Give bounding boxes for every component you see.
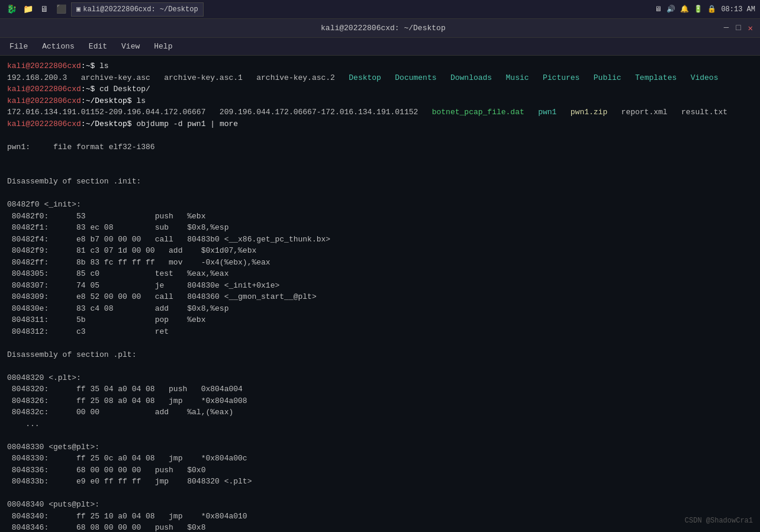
taskbar-dragon-icon[interactable]: 🐉 bbox=[5, 3, 18, 16]
terminal-line: 80482f9: 81 c3 07 1d 00 00 add $0x1d07,%… bbox=[7, 245, 753, 257]
terminal-line: 08048330 <gets@plt>: bbox=[7, 441, 753, 453]
terminal-line: 08482f0 <_init>: bbox=[7, 199, 753, 211]
terminal-line: 8048330: ff 25 0c a0 04 08 jmp *0x804a00… bbox=[7, 453, 753, 465]
window-title: kali@20222806cxd: ~/Desktop bbox=[43, 24, 724, 33]
taskbar-terminal-app[interactable]: ▣ kali@20222806cxd: ~/Desktop bbox=[71, 2, 204, 17]
taskbar: 🐉 📁 🖥 ⬛ ▣ kali@20222806cxd: ~/Desktop 🖥 … bbox=[0, 0, 760, 19]
minimize-button[interactable]: ─ bbox=[724, 23, 729, 33]
terminal-line: 8048320: ff 35 04 a0 04 08 push 0x804a00… bbox=[7, 383, 753, 395]
close-button[interactable]: ✕ bbox=[748, 23, 753, 33]
menubar: File Actions Edit View Help bbox=[0, 38, 760, 56]
terminal-line: 192.168.200.3 archive-key.asc archive-ke… bbox=[7, 72, 753, 84]
menu-file[interactable]: File bbox=[7, 41, 30, 52]
terminal-line: 80482f0: 53 push %ebx bbox=[7, 211, 753, 223]
taskbar-app-label: kali@20222806cxd: ~/Desktop bbox=[83, 5, 198, 14]
terminal-line: 8048309: e8 52 00 00 00 call 8048360 <__… bbox=[7, 291, 753, 303]
taskbar-volume: 🔊 bbox=[666, 5, 675, 14]
terminal-line: 08048340 <puts@plt>: bbox=[7, 499, 753, 511]
terminal-line: Disassembly of section .plt: bbox=[7, 349, 753, 361]
taskbar-lock: 🔒 bbox=[707, 5, 716, 14]
terminal-line bbox=[7, 337, 753, 349]
terminal-line: kali@20222806cxd:~/Desktop$ objdump -d p… bbox=[7, 118, 753, 130]
terminal-line: 172.016.134.191.01152-209.196.044.172.06… bbox=[7, 107, 753, 118]
terminal-line: kali@20222806cxd:~/Desktop$ ls bbox=[7, 95, 753, 107]
terminal-line: pwn1: file format elf32-i386 bbox=[7, 141, 753, 153]
menu-help[interactable]: Help bbox=[152, 41, 175, 52]
menu-view[interactable]: View bbox=[119, 41, 142, 52]
taskbar-monitor-status: 🖥 bbox=[655, 5, 662, 14]
menu-actions[interactable]: Actions bbox=[40, 41, 77, 52]
terminal-line: 80482ff: 8b 83 fc ff ff ff mov -0x4(%ebx… bbox=[7, 257, 753, 269]
terminal-line bbox=[7, 130, 753, 141]
terminal-line: 8048336: 68 00 00 00 00 push $0x0 bbox=[7, 465, 753, 476]
terminal-window: kali@20222806cxd: ~/Desktop ─ □ ✕ File A… bbox=[0, 19, 760, 532]
terminal-line: 80482f1: 83 ec 08 sub $0x8,%esp bbox=[7, 222, 753, 234]
terminal-line: 80482f4: e8 b7 00 00 00 call 80483b0 <__… bbox=[7, 234, 753, 246]
terminal-line: kali@20222806cxd:~$ cd Desktop/ bbox=[7, 83, 753, 95]
terminal-line: 8048311: 5b pop %ebx bbox=[7, 314, 753, 326]
terminal-line: 8048346: 68 08 00 00 00 push $0x8 bbox=[7, 522, 753, 532]
terminal-line: 804830e: 83 c4 08 add $0x8,%esp bbox=[7, 303, 753, 315]
taskbar-battery: 🔋 bbox=[694, 5, 703, 14]
taskbar-red-icon[interactable]: ⬛ bbox=[54, 3, 67, 16]
terminal-line bbox=[7, 488, 753, 499]
menu-edit[interactable]: Edit bbox=[86, 41, 110, 52]
maximize-button[interactable]: □ bbox=[736, 23, 740, 33]
terminal-line bbox=[7, 430, 753, 441]
terminal-line: 8048340: ff 25 10 a0 04 08 jmp *0x804a01… bbox=[7, 511, 753, 523]
terminal-line: 804833b: e9 e0 ff ff ff jmp 8048320 <.pl… bbox=[7, 476, 753, 488]
terminal-line bbox=[7, 165, 753, 176]
taskbar-monitor-icon[interactable]: 🖥 bbox=[38, 3, 51, 16]
terminal-line: 8048312: c3 ret bbox=[7, 326, 753, 338]
terminal-line bbox=[7, 360, 753, 372]
window-titlebar: kali@20222806cxd: ~/Desktop ─ □ ✕ bbox=[0, 19, 760, 38]
terminal-line: 8048326: ff 25 08 a0 04 08 jmp *0x804a00… bbox=[7, 395, 753, 407]
terminal-line: 804832c: 00 00 add %al,(%eax) bbox=[7, 407, 753, 418]
taskbar-folder-icon[interactable]: 📁 bbox=[21, 3, 34, 16]
terminal-line: 8048307: 74 05 je 804830e <_init+0x1e> bbox=[7, 280, 753, 292]
terminal-line: ... bbox=[7, 418, 753, 430]
terminal-line: 08048320 <.plt>: bbox=[7, 372, 753, 384]
terminal-line bbox=[7, 188, 753, 199]
terminal-line: 8048305: 85 c0 test %eax,%eax bbox=[7, 268, 753, 280]
terminal-icon: ▣ bbox=[76, 5, 80, 14]
terminal-content[interactable]: kali@20222806cxd:~$ ls 192.168.200.3 arc… bbox=[0, 56, 760, 532]
terminal-line: Disassembly of section .init: bbox=[7, 176, 753, 188]
terminal-line: kali@20222806cxd:~$ ls bbox=[7, 60, 753, 72]
terminal-line bbox=[7, 153, 753, 165]
watermark: CSDN @ShadowCra1 bbox=[685, 517, 753, 525]
taskbar-time: 08:13 AM bbox=[721, 5, 755, 14]
taskbar-bell: 🔔 bbox=[680, 5, 689, 14]
